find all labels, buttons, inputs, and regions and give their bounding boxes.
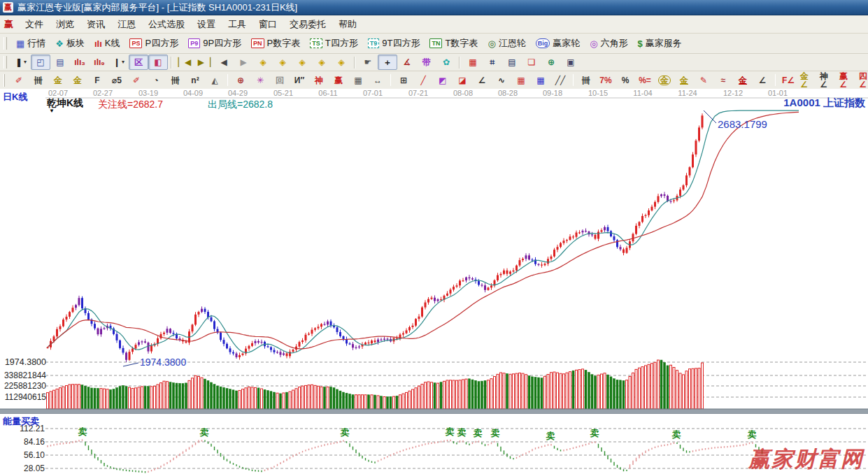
main-kline-chart[interactable]: 02-0702-2703-1904-0904-2905-2106-1107-01… <box>0 89 868 414</box>
wave-n-icon[interactable]: И″ <box>290 73 309 88</box>
app-menu-icon[interactable]: 赢 <box>4 18 13 31</box>
toolbar-gann-wheel-button[interactable]: ◎江恩轮 <box>483 35 530 52</box>
diamond-compress-icon[interactable]: ◈ <box>332 55 351 70</box>
mirror-a-icon[interactable]: ◭ <box>205 73 225 88</box>
diamond-expand-icon[interactable]: ◈ <box>312 55 332 70</box>
gold-slope-icon[interactable]: 金∠ <box>798 73 818 88</box>
last-bar-icon[interactable]: ▶▕ <box>194 55 214 70</box>
stats-tool-icon[interactable]: ✿ <box>436 55 456 70</box>
shen-slope-icon[interactable]: 神∠ <box>818 73 837 88</box>
toolbar-hexagon-button[interactable]: ◎六角形 <box>585 35 632 52</box>
percent-line-icon[interactable]: %= <box>635 73 655 88</box>
angle-lines-icon[interactable]: ∠ <box>472 73 492 88</box>
pen-mark-icon[interactable]: ✐ <box>127 73 146 88</box>
prev-bar-icon[interactable]: ◀ <box>214 55 234 70</box>
gold-red-line-icon[interactable]: 金 <box>733 73 753 88</box>
crosshair-tool-icon[interactable]: ＋ <box>378 55 397 70</box>
calendar-icon[interactable]: ▦ <box>463 55 483 70</box>
spiral-5-icon[interactable]: ⌀5 <box>107 73 127 88</box>
colored-volume-icon[interactable]: ◧ <box>148 55 168 70</box>
toolbar-quotes-button[interactable]: ▦行情 <box>11 35 50 52</box>
ying-slope-icon[interactable]: 赢∠ <box>837 73 857 88</box>
fan-box-1-icon[interactable]: ◩ <box>433 73 453 88</box>
angle-tool-icon[interactable]: ∡ <box>397 55 417 70</box>
next-bar-icon[interactable]: ▶ <box>234 55 253 70</box>
fan-box-2-icon[interactable]: ◪ <box>453 73 472 88</box>
four-slope-icon[interactable]: 四∠ <box>857 73 868 88</box>
three-bars-icon[interactable]: ılı₃ <box>70 55 90 70</box>
diamond-left-icon[interactable]: ◈ <box>253 55 273 70</box>
ying-lines-icon[interactable]: 赢 <box>329 73 348 88</box>
region-zoom-icon[interactable]: ◰ <box>31 55 50 70</box>
j-slope-icon[interactable]: ∠ <box>753 73 772 88</box>
toolbar-t-square-button[interactable]: TST四方形 <box>305 35 362 52</box>
first-bar-icon[interactable]: ▏◀ <box>175 55 194 70</box>
period-candle-dropdown-icon[interactable]: ❚▾ <box>11 55 31 70</box>
gann-band-tool-icon[interactable]: 带 <box>417 55 436 70</box>
menu-item-0[interactable]: 文件 <box>19 16 50 33</box>
red-grid-icon[interactable]: ▦ <box>511 73 531 88</box>
menu-item-6[interactable]: 工具 <box>222 16 252 33</box>
wave-channel-icon[interactable]: ≈ <box>713 73 733 88</box>
ruler-grid-icon[interactable]: ▦ <box>348 73 368 88</box>
fan-lines-icon[interactable]: ╱ <box>413 73 433 88</box>
toolbar-sectors-button[interactable]: ❖板块 <box>50 35 90 52</box>
menu-item-5[interactable]: 设置 <box>191 16 222 33</box>
send-network-icon[interactable]: ⊕ <box>541 55 561 70</box>
menu-item-8[interactable]: 交易委托 <box>283 16 332 33</box>
kline-style-dropdown-icon[interactable]: ▼ <box>49 108 55 114</box>
diamond-right-icon[interactable]: ◈ <box>273 55 292 70</box>
zigzag-icon[interactable]: ∿ <box>492 73 511 88</box>
energy-indicator-chart[interactable]: 112.2184.1656.1028.05卖卖卖卖卖卖卖卖卖卖卖 <box>0 414 868 474</box>
menu-item-4[interactable]: 公式选股 <box>142 16 191 33</box>
toolbar-drag-handle[interactable] <box>3 37 7 50</box>
notepad-icon[interactable]: ▤ <box>502 55 522 70</box>
golden-lines-1-icon[interactable]: 金 <box>48 73 68 88</box>
fibo-f-lines-icon[interactable]: F <box>87 73 107 88</box>
draw-pen-icon[interactable]: ✐ <box>9 73 29 88</box>
span-arrow-icon[interactable]: ↔ <box>368 73 387 88</box>
vertical-lines-icon[interactable]: 卌 <box>29 73 48 88</box>
nine-bars-icon[interactable]: ılı₉ <box>90 55 109 70</box>
menu-item-9[interactable]: 帮助 <box>332 16 363 33</box>
golden-lines-2-icon[interactable]: 金 <box>68 73 87 88</box>
qiankun-pattern-icon[interactable]: 区 <box>129 55 148 70</box>
diamond-horizontal-icon[interactable]: ◈ <box>292 55 312 70</box>
blue-grid-icon[interactable]: ▦ <box>531 73 550 88</box>
menu-item-1[interactable]: 浏览 <box>50 16 80 33</box>
parallel-slant-icon[interactable]: ╱╱ <box>550 73 570 88</box>
gold-circle-icon[interactable]: 金 <box>655 73 674 88</box>
f-slope-icon[interactable]: F∠ <box>778 73 798 88</box>
toolbar-kline-button[interactable]: ılıK线 <box>90 35 125 52</box>
box-tool-icon[interactable]: ⊞ <box>394 73 413 88</box>
percent-7-icon[interactable]: 7% <box>596 73 616 88</box>
print-icon[interactable]: ▣ <box>561 55 581 70</box>
star-circle-icon[interactable]: ✳ <box>250 73 270 88</box>
menu-item-3[interactable]: 江恩 <box>111 16 142 33</box>
shen-lines-icon[interactable]: 神 <box>309 73 329 88</box>
toolbar-drag-handle[interactable] <box>3 74 5 87</box>
toolbar-9p-square-button[interactable]: P99P四方形 <box>183 35 246 52</box>
price-lines-icon[interactable]: 卌 <box>166 73 185 88</box>
time-cycle-circle-icon[interactable]: ◔ <box>146 73 166 88</box>
single-candle-dropdown-icon[interactable]: ❙▾ <box>109 55 129 70</box>
calculator-icon[interactable]: ⌗ <box>483 55 502 70</box>
menu-item-2[interactable]: 资讯 <box>80 16 111 33</box>
gold-underline-icon[interactable]: 金 <box>674 73 694 88</box>
title-bar[interactable]: 赢 赢家江恩专业版[赢家内部服务平台] - [上证指数 SH1A0001-231… <box>0 0 868 15</box>
toolbar-service-button[interactable]: $赢家服务 <box>633 35 687 52</box>
percent-icon[interactable]: % <box>616 73 635 88</box>
toolbar-drag-handle[interactable] <box>3 56 7 69</box>
menu-item-7[interactable]: 窗口 <box>252 16 283 33</box>
toolbar-winner-wheel-button[interactable]: Big赢家轮 <box>531 35 585 52</box>
toolbar-t-number-button[interactable]: TNT数字表 <box>425 35 483 52</box>
indicator-name-label[interactable]: 能量买卖 <box>3 415 39 428</box>
circle-cross-icon[interactable]: ⊕ <box>231 73 250 88</box>
info-panel-icon[interactable]: ▤ <box>50 55 70 70</box>
n-square-icon[interactable]: n² <box>185 73 205 88</box>
toolbar-p-number-button[interactable]: PNP数字表 <box>246 35 305 52</box>
save-disk-icon[interactable]: ❏ <box>522 55 541 70</box>
toolbar-p-square-button[interactable]: PSP四方形 <box>124 35 183 52</box>
hand-tool-icon[interactable]: ☛ <box>358 55 378 70</box>
square-spiral-icon[interactable]: 回 <box>270 73 290 88</box>
